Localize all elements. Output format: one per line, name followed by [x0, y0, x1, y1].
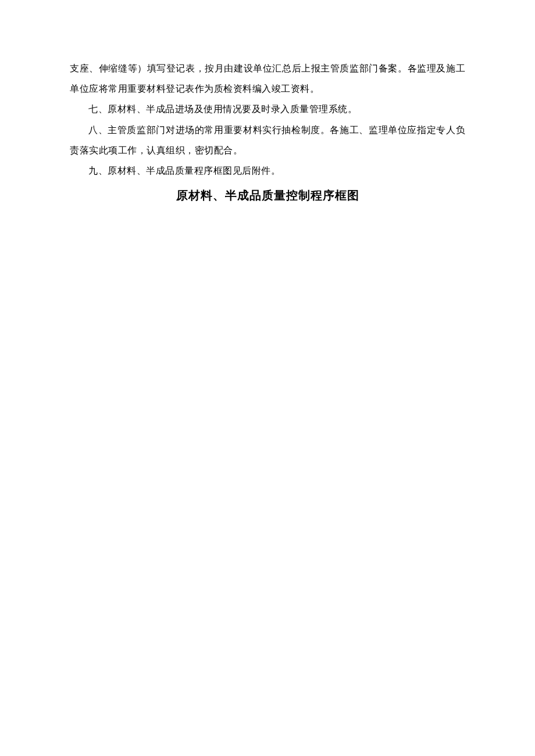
section-title: 原材料、半成品质量控制程序框图 [70, 188, 465, 203]
paragraph-nine: 九、原材料、半成品质量程序框图见后附件。 [70, 160, 465, 181]
paragraph-eight: 八、主管质监部门对进场的常用重要材料实行抽检制度。各施工、监理单位应指定专人负责… [70, 120, 465, 160]
paragraph-continuation: 支座、伸缩缝等）填写登记表，按月由建设单位汇总后上报主管质监部门备案。各监理及施… [70, 58, 465, 99]
paragraph-seven: 七、原材料、半成品进场及使用情况要及时录入质量管理系统。 [70, 99, 465, 119]
